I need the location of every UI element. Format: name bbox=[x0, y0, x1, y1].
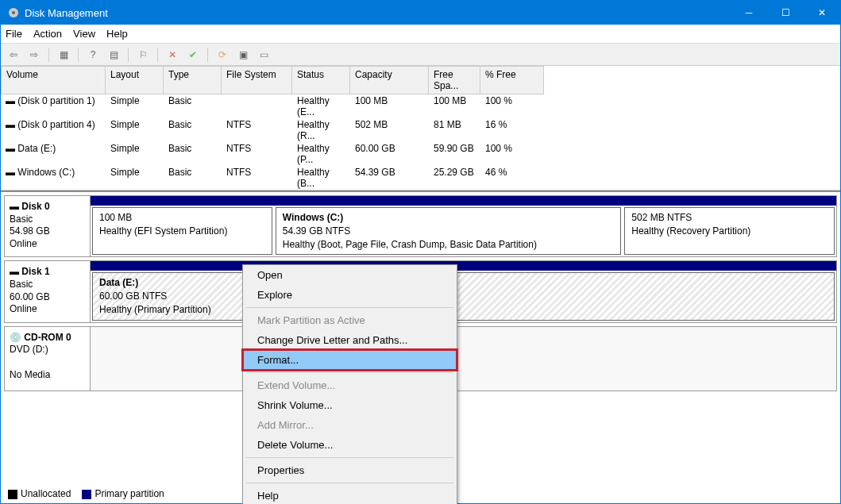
delete-icon[interactable]: ✕ bbox=[164, 47, 180, 63]
help-icon[interactable]: ? bbox=[85, 47, 101, 63]
flag-icon[interactable]: ⚐ bbox=[135, 47, 151, 63]
disk-info[interactable]: 💿 CD-ROM 0DVD (D:)No Media bbox=[5, 327, 91, 391]
legend-primary: Primary partition bbox=[95, 488, 164, 499]
menu-item-delete-volume[interactable]: Delete Volume... bbox=[243, 435, 457, 455]
col-layout[interactable]: Layout bbox=[106, 66, 164, 94]
table-row[interactable]: ▬ Data (E:)SimpleBasicNTFSHealthy (P...6… bbox=[1, 142, 840, 166]
disk-info[interactable]: ▬ Disk 0Basic54.98 GBOnline bbox=[5, 196, 91, 256]
col-filesystem[interactable]: File System bbox=[222, 66, 292, 94]
props-icon[interactable]: ▣ bbox=[235, 47, 251, 63]
context-menu: OpenExploreMark Partition as ActiveChang… bbox=[242, 264, 457, 504]
menu-item-change-drive-letter-and-paths[interactable]: Change Drive Letter and Paths... bbox=[243, 330, 457, 350]
toolbar: ⇦ ⇨ ▦ ? ▤ ⚐ ✕ ✔ ⟳ ▣ ▭ bbox=[1, 44, 840, 66]
col-type[interactable]: Type bbox=[164, 66, 222, 94]
partition-box[interactable]: 502 MB NTFSHealthy (Recovery Partition) bbox=[624, 207, 835, 255]
menu-item-shrink-volume[interactable]: Shrink Volume... bbox=[243, 395, 457, 415]
menu-item-help[interactable]: Help bbox=[243, 486, 457, 504]
window-controls: ─ ☐ ✕ bbox=[731, 1, 840, 25]
menu-item-format[interactable]: Format... bbox=[243, 350, 457, 370]
minimize-button[interactable]: ─ bbox=[731, 1, 767, 25]
close-button[interactable]: ✕ bbox=[804, 1, 840, 25]
volume-icon: ▬ bbox=[6, 95, 15, 106]
partition-box[interactable]: 100 MBHealthy (EFI System Partition) bbox=[92, 207, 272, 255]
menu-item-explore[interactable]: Explore bbox=[243, 285, 457, 305]
more-icon[interactable]: ▭ bbox=[256, 47, 272, 63]
window-title: Disk Management bbox=[25, 7, 731, 19]
svg-point-1 bbox=[12, 11, 15, 14]
menu-file[interactable]: File bbox=[6, 28, 22, 40]
menu-view[interactable]: View bbox=[73, 28, 95, 40]
col-capacity[interactable]: Capacity bbox=[350, 66, 429, 94]
maximize-button[interactable]: ☐ bbox=[767, 1, 804, 25]
volume-icon: ▬ bbox=[6, 167, 15, 178]
list-icon[interactable]: ▤ bbox=[106, 47, 122, 63]
table-row[interactable]: ▬ (Disk 0 partition 4)SimpleBasicNTFSHea… bbox=[1, 118, 840, 142]
col-free[interactable]: Free Spa... bbox=[429, 66, 480, 94]
partition-box[interactable]: Data (E:)60.00 GB NTFSHealthy (Primary P… bbox=[92, 272, 835, 320]
table-header[interactable]: Volume Layout Type File System Status Ca… bbox=[1, 66, 840, 94]
col-volume[interactable]: Volume bbox=[1, 66, 106, 94]
disk-row: ▬ Disk 0Basic54.98 GBOnline100 MBHealthy… bbox=[4, 195, 837, 257]
menu-item-add-mirror: Add Mirror... bbox=[243, 415, 457, 435]
legend-unallocated: Unallocated bbox=[21, 488, 71, 499]
check-icon[interactable]: ✔ bbox=[185, 47, 201, 63]
legend: Unallocated Primary partition bbox=[8, 488, 164, 499]
forward-icon[interactable]: ⇨ bbox=[26, 47, 42, 63]
menu-item-properties[interactable]: Properties bbox=[243, 460, 457, 480]
grid-icon[interactable]: ▦ bbox=[56, 47, 71, 63]
partition-box[interactable]: Windows (C:)54.39 GB NTFSHealthy (Boot, … bbox=[276, 207, 622, 255]
menubar: File Action View Help bbox=[1, 25, 840, 44]
back-icon[interactable]: ⇦ bbox=[6, 47, 21, 63]
menu-item-open[interactable]: Open bbox=[243, 265, 457, 285]
menu-item-mark-partition-as-active: Mark Partition as Active bbox=[243, 310, 457, 330]
volume-icon: ▬ bbox=[6, 143, 15, 154]
col-pctfree[interactable]: % Free bbox=[480, 66, 544, 94]
disk-info[interactable]: ▬ Disk 1Basic60.00 GBOnline bbox=[5, 261, 91, 321]
titlebar[interactable]: Disk Management ─ ☐ ✕ bbox=[1, 1, 840, 25]
refresh-icon[interactable]: ⟳ bbox=[214, 47, 230, 63]
table-row[interactable]: ▬ Windows (C:)SimpleBasicNTFSHealthy (B.… bbox=[1, 166, 840, 190]
menu-action[interactable]: Action bbox=[33, 28, 62, 40]
menu-help[interactable]: Help bbox=[106, 28, 128, 40]
col-status[interactable]: Status bbox=[292, 66, 350, 94]
volume-icon: ▬ bbox=[6, 119, 15, 130]
volumes-table: Volume Layout Type File System Status Ca… bbox=[1, 66, 840, 190]
menu-item-extend-volume: Extend Volume... bbox=[243, 375, 457, 395]
app-icon bbox=[7, 6, 20, 19]
table-row[interactable]: ▬ (Disk 0 partition 1)SimpleBasicHealthy… bbox=[1, 94, 840, 118]
